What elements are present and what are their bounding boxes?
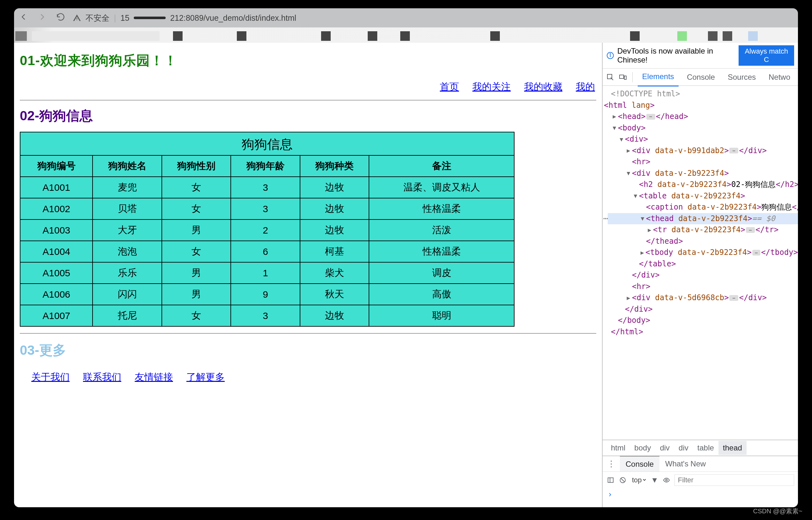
console-scope-select[interactable]: top: [631, 476, 647, 484]
watermark: CSDN @@素素~: [753, 507, 803, 516]
table-cell: 温柔、调皮又粘人: [369, 177, 514, 198]
dom-breadcrumb: html body div div table thead: [603, 440, 798, 456]
table-cell: 托尼: [93, 305, 162, 327]
th-sex: 狗狗性别: [162, 155, 231, 177]
table-cell: 调皮: [369, 262, 514, 284]
banner-text: DevTools is now available in Chinese!: [617, 47, 735, 64]
insecure-icon: [73, 14, 81, 22]
table-cell: A1005: [20, 262, 93, 284]
table-cell: 柯基: [300, 241, 369, 262]
nav-follow[interactable]: 我的关注: [473, 80, 511, 94]
table-cell: 6: [231, 241, 300, 262]
table-cell: 男: [162, 284, 231, 305]
nav-home[interactable]: 首页: [440, 80, 459, 94]
dom-doctype: <!DOCTYPE html>: [611, 88, 680, 100]
devtools-tabs: Elements Console Sources Netwo: [603, 69, 798, 86]
reload-icon[interactable]: [56, 12, 65, 23]
url-suffix: 212:8089/vue_demo/dist/index.html: [170, 14, 296, 23]
svg-line-9: [621, 478, 625, 482]
link-contact[interactable]: 联系我们: [83, 371, 121, 384]
dom-selected-row[interactable]: ⋯▼<thead data-v-2b9223f4> == $0: [604, 213, 798, 225]
console-filter-input[interactable]: [675, 474, 794, 486]
table-cell: 边牧: [300, 305, 369, 327]
table-cell: A1003: [20, 219, 93, 241]
heading-welcome: 01-欢迎来到狗狗乐园！！: [20, 52, 596, 70]
devtools-panel: DevTools is now available in Chinese! Al…: [602, 43, 798, 507]
table-cell: 乐乐: [93, 262, 162, 284]
table-row: A1007托尼女3边牧聪明: [20, 305, 514, 327]
forward-icon[interactable]: [38, 12, 47, 23]
th-breed: 狗狗种类: [300, 155, 369, 177]
table-cell: 麦兜: [93, 177, 162, 198]
table-cell: 1: [231, 262, 300, 284]
table-cell: A1004: [20, 241, 93, 262]
table-cell: 泡泡: [93, 241, 162, 262]
console-body[interactable]: ›: [603, 488, 798, 507]
dom-tree[interactable]: <!DOCTYPE html> <html lang> ▶<head>⋯</he…: [603, 86, 798, 440]
drawer-tab-console[interactable]: Console: [620, 456, 659, 472]
heading-more: 03-更多: [20, 341, 596, 359]
tab-elements[interactable]: Elements: [638, 68, 679, 86]
dog-table: 狗狗信息 狗狗编号 狗狗姓名 狗狗性别 狗狗年龄 狗狗种类 备注 A1001麦兜…: [20, 132, 514, 327]
drawer-tab-whatsnew[interactable]: What's New: [659, 456, 711, 471]
table-cell: 边牧: [300, 219, 369, 241]
bc-div1[interactable]: div: [655, 441, 674, 455]
device-icon[interactable]: [618, 72, 627, 82]
tab-console[interactable]: Console: [682, 68, 719, 86]
inspect-icon[interactable]: [606, 72, 614, 82]
table-cell: 男: [162, 219, 231, 241]
tab-sources[interactable]: Sources: [723, 68, 760, 86]
drawer-menu-icon[interactable]: ⋮: [603, 459, 620, 469]
bc-html[interactable]: html: [606, 441, 630, 455]
link-friends[interactable]: 友情链接: [135, 371, 173, 384]
top-nav: 首页 我的关注 我的收藏 我的: [20, 80, 596, 94]
heading-doginfo: 02-狗狗信息: [20, 107, 596, 125]
back-icon[interactable]: [19, 12, 28, 23]
nav-mine[interactable]: 我的: [576, 80, 595, 94]
table-cell: A1006: [20, 284, 93, 305]
bc-body[interactable]: body: [630, 441, 655, 455]
nav-fav[interactable]: 我的收藏: [524, 80, 562, 94]
divider: [20, 333, 596, 334]
table-cell: 3: [231, 198, 300, 219]
th-id: 狗狗编号: [20, 155, 93, 177]
table-cell: 女: [162, 305, 231, 327]
sidebar-toggle-icon[interactable]: [606, 476, 615, 484]
clear-console-icon[interactable]: [618, 476, 627, 484]
table-cell: 边牧: [300, 177, 369, 198]
table-cell: 性格温柔: [369, 241, 514, 262]
page-viewport: 01-欢迎来到狗狗乐园！！ 首页 我的关注 我的收藏 我的 02-狗狗信息 狗狗…: [14, 43, 602, 507]
svg-point-2: [610, 54, 611, 54]
eye-icon[interactable]: [662, 476, 670, 484]
link-about[interactable]: 关于我们: [31, 371, 70, 384]
tab-network[interactable]: Netwo: [764, 68, 795, 86]
table-row: A1004泡泡女6柯基性格温柔: [20, 241, 514, 262]
link-learn[interactable]: 了解更多: [186, 371, 225, 384]
table-caption: 狗狗信息: [20, 132, 514, 155]
url-area[interactable]: 不安全 | 15212:8089/vue_demo/dist/index.htm…: [73, 13, 296, 23]
table-cell: 女: [162, 241, 231, 262]
bc-div2[interactable]: div: [674, 441, 693, 455]
table-row: A1002贝塔女3边牧性格温柔: [20, 198, 514, 219]
th-note: 备注: [369, 155, 514, 177]
table-cell: A1007: [20, 305, 93, 327]
table-row: A1001麦兜女3边牧温柔、调皮又粘人: [20, 177, 514, 198]
table-cell: 2: [231, 219, 300, 241]
url-redacted: [134, 17, 166, 19]
table-cell: 女: [162, 177, 231, 198]
table-cell: A1002: [20, 198, 93, 219]
table-cell: 柴犬: [300, 262, 369, 284]
bc-thead[interactable]: thead: [718, 441, 746, 455]
th-name: 狗狗姓名: [93, 155, 162, 177]
table-cell: 聪明: [369, 305, 514, 327]
table-cell: 女: [162, 198, 231, 219]
table-cell: 秋天: [300, 284, 369, 305]
table-cell: A1001: [20, 177, 93, 198]
always-match-button[interactable]: Always match C: [739, 45, 794, 66]
console-toolbar: top ▼: [603, 471, 798, 488]
table-cell: 男: [162, 262, 231, 284]
bookmark-bar: [14, 27, 798, 43]
table-row: A1003大牙男2边牧活泼: [20, 219, 514, 241]
bc-table[interactable]: table: [693, 441, 718, 455]
table-cell: 3: [231, 177, 300, 198]
